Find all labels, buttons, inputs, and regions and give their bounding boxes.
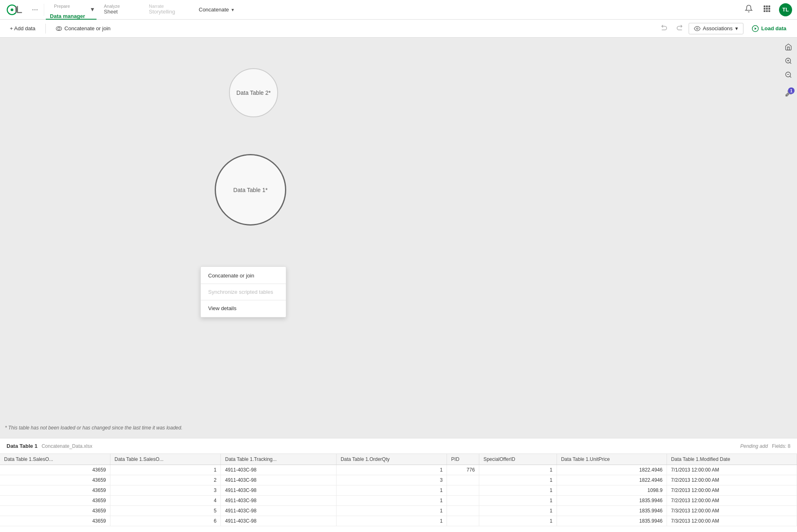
table-cell: 7/3/2013 12:00:00 AM <box>667 516 797 526</box>
data-table-2-node[interactable]: Data Table 2* <box>229 68 278 117</box>
context-menu-sep <box>201 284 286 284</box>
prepare-label: Prepare <box>50 0 85 13</box>
redo-btn[interactable] <box>674 22 685 35</box>
table-cell: 7/2/2013 12:00:00 AM <box>667 475 797 485</box>
table-row: 4365934911-403C-98111098.97/2/2013 12:00… <box>0 485 797 496</box>
nav-more-icon[interactable]: ··· <box>28 5 42 14</box>
svg-rect-7 <box>766 8 768 9</box>
table-cell: 1 <box>479 516 557 526</box>
table-cell: 1 <box>479 506 557 516</box>
col-header-5: SpecialOfferID <box>479 454 557 465</box>
data-panel-header: Data Table 1 Concatenate_Data.xlsx Pendi… <box>0 438 797 454</box>
table-row: 4365944911-403C-98111835.99467/2/2013 12… <box>0 496 797 506</box>
table-cell: 1 <box>336 516 447 526</box>
zoom-in-btn[interactable] <box>782 55 795 67</box>
analyze-label: Analyze <box>104 4 134 9</box>
col-header-2: Data Table 1.Tracking... <box>221 454 336 465</box>
associations-dropdown-icon: ▾ <box>735 25 738 31</box>
toolbar-separator-1 <box>45 24 46 34</box>
table-cell: 4911-403C-98 <box>221 475 336 485</box>
table-cell: 7/2/2013 12:00:00 AM <box>667 496 797 506</box>
table-cell <box>447 516 479 526</box>
top-nav: ··· Prepare Data manager ▾ Analyze Sheet… <box>0 0 797 20</box>
context-menu: Concatenate or join Synchronize scripted… <box>200 266 286 317</box>
table-cell: 7/1/2013 12:00:00 AM <box>667 465 797 475</box>
data-panel-fields: Fields: 8 <box>772 443 790 449</box>
table-cell: 1835.9946 <box>557 496 667 506</box>
svg-rect-9 <box>764 10 766 12</box>
load-data-btn[interactable]: Load data <box>748 23 790 34</box>
table-cell: 4911-403C-98 <box>221 465 336 475</box>
main-layout: 1 Data Table 2* Data Table 1* * This tab… <box>0 38 797 532</box>
table-cell: 43659 <box>0 506 110 516</box>
table-cell: 43659 <box>0 496 110 506</box>
data-table-1-node[interactable]: Data Table 1* <box>215 154 286 226</box>
nav-analyze-tab[interactable]: Analyze Sheet <box>97 0 141 20</box>
narrate-label: Narrate <box>149 4 179 9</box>
table-header-row: Data Table 1.SalesO... Data Table 1.Sale… <box>0 454 797 465</box>
table-cell: 5 <box>110 506 221 516</box>
svg-rect-11 <box>768 10 770 12</box>
badge-count: 1 <box>788 87 795 94</box>
add-data-btn[interactable]: + Add data <box>7 24 39 33</box>
notification-btn[interactable] <box>743 3 754 16</box>
svg-rect-5 <box>768 6 770 7</box>
table-cell: 43659 <box>0 516 110 526</box>
qlik-logo[interactable] <box>5 4 25 16</box>
data-table: Data Table 1.SalesO... Data Table 1.Sale… <box>0 454 797 526</box>
canvas-area[interactable]: 1 Data Table 2* Data Table 1* * This tab… <box>0 38 797 438</box>
table-cell <box>447 485 479 496</box>
table-cell: 776 <box>447 465 479 475</box>
home-btn[interactable] <box>782 41 795 53</box>
svg-rect-4 <box>766 6 768 7</box>
context-menu-concat-join[interactable]: Concatenate or join <box>201 268 286 283</box>
prepare-sub: Data manager <box>50 13 85 19</box>
table-row: 4365914911-403C-98177611822.49467/1/2013… <box>0 465 797 475</box>
col-header-4: PID <box>447 454 479 465</box>
zoom-out-btn[interactable] <box>782 69 795 81</box>
grid-btn[interactable] <box>761 3 772 16</box>
table-row: 4365924911-403C-98311822.49467/2/2013 12… <box>0 475 797 485</box>
concatenate-selector[interactable]: Concatenate ▾ <box>199 7 234 13</box>
eye-icon <box>694 25 700 32</box>
data-panel: Data Table 1 Concatenate_Data.xlsx Pendi… <box>0 438 797 532</box>
table-cell: 1822.4946 <box>557 465 667 475</box>
concat-join-btn[interactable]: Concatenate or join <box>52 24 114 34</box>
prepare-dropdown-btn[interactable]: ▾ <box>88 5 97 13</box>
concat-join-icon <box>56 25 62 32</box>
table-cell: 1 <box>336 506 447 516</box>
table-cell: 1098.9 <box>557 485 667 496</box>
magic-badge-btn[interactable]: 1 <box>782 87 795 100</box>
associations-label: Associations <box>703 25 733 31</box>
user-avatar[interactable]: TL <box>779 3 792 16</box>
undo-btn[interactable] <box>659 22 670 35</box>
table-row: 4365954911-403C-98111835.99467/3/2013 12… <box>0 506 797 516</box>
table-cell: 1822.4946 <box>557 475 667 485</box>
context-menu-sep-2 <box>201 300 286 300</box>
nav-prepare-tab[interactable]: Prepare Data manager ▾ <box>46 0 97 20</box>
svg-line-18 <box>790 62 791 63</box>
table-cell: 3 <box>336 475 447 485</box>
toolbar: + Add data Concatenate or join Associati… <box>0 20 797 38</box>
table-cell: 1 <box>479 485 557 496</box>
canvas-controls: 1 <box>780 38 797 103</box>
table-cell: 1 <box>479 496 557 506</box>
nav-narrate-tab[interactable]: Narrate Storytelling <box>141 0 186 20</box>
table-cell: 4911-403C-98 <box>221 485 336 496</box>
table-cell: 3 <box>110 485 221 496</box>
data-table-1-label: Data Table 1* <box>233 187 268 193</box>
table-body: 4365914911-403C-98177611822.49467/1/2013… <box>0 465 797 526</box>
data-panel-file: Concatenate_Data.xlsx <box>42 443 92 449</box>
analyze-sub: Sheet <box>104 9 134 15</box>
toolbar-right: Associations ▾ Load data <box>659 22 790 35</box>
associations-btn[interactable]: Associations ▾ <box>689 23 743 34</box>
svg-rect-2 <box>16 6 17 12</box>
table-cell <box>447 496 479 506</box>
data-table-2-label: Data Table 2* <box>236 89 271 96</box>
svg-line-22 <box>790 76 791 77</box>
svg-rect-3 <box>764 6 766 7</box>
table-cell: 1 <box>479 475 557 485</box>
canvas-note: * This table has not been loaded or has … <box>5 425 182 431</box>
table-cell: 2 <box>110 475 221 485</box>
context-menu-view-details[interactable]: View details <box>201 301 286 315</box>
